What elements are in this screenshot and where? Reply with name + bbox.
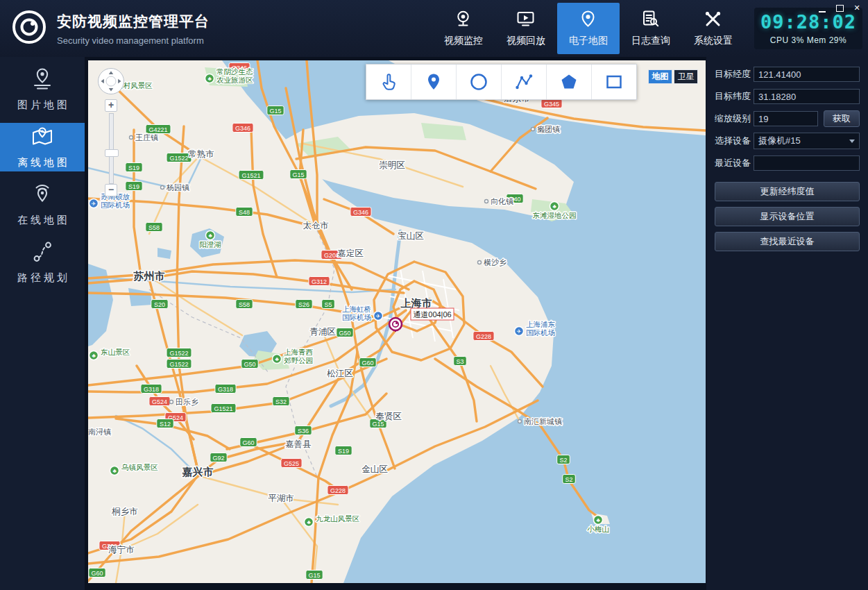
- map-label: 横沙乡: [484, 258, 507, 267]
- tool-rectangle-button[interactable]: [592, 65, 636, 99]
- map-label: 国际机场: [101, 201, 130, 209]
- svg-text:G4221: G4221: [148, 126, 167, 133]
- svg-text:G345: G345: [544, 101, 559, 108]
- sidebar-item-label: 离线地图: [15, 156, 70, 169]
- svg-text:✈: ✈: [376, 313, 381, 319]
- map-label: 国际机场: [342, 313, 371, 321]
- nav-video-playback[interactable]: 视频回放: [495, 3, 557, 54]
- map-label: 松江区: [327, 369, 353, 378]
- svg-text:G50: G50: [244, 361, 255, 368]
- tool-polyline-button[interactable]: [502, 65, 547, 99]
- svg-text:G15: G15: [292, 171, 304, 178]
- update-latlng-button[interactable]: 更新经纬度值: [715, 182, 860, 201]
- road-badge: S3: [454, 357, 467, 366]
- svg-text:G1522: G1522: [169, 155, 188, 162]
- road-badge: G60: [89, 568, 105, 578]
- device-marker-label: 通道004|06: [411, 308, 454, 320]
- tool-polygon-button[interactable]: [547, 65, 592, 99]
- svg-text:♣: ♣: [275, 356, 279, 362]
- map-label: 嘉定区: [337, 248, 364, 258]
- chevron-down-icon: [849, 140, 855, 143]
- nav-electronic-map[interactable]: 电子地图: [557, 3, 620, 54]
- route-planning-icon: [31, 240, 54, 267]
- road-badge: G346: [232, 124, 253, 133]
- zoom-level-input[interactable]: [754, 111, 818, 126]
- sidebar-item-route-planning[interactable]: 路径规划: [0, 238, 85, 287]
- road-badge: G525: [281, 459, 302, 468]
- get-button[interactable]: 获取: [824, 110, 860, 127]
- svg-text:♣: ♣: [596, 517, 600, 523]
- sidebar-item-online-map[interactable]: 在线地图: [0, 180, 85, 229]
- svg-text:G60: G60: [91, 570, 103, 577]
- device-marker[interactable]: [389, 318, 402, 332]
- road-badge: S19: [126, 182, 142, 191]
- road-badge: G60: [359, 358, 376, 367]
- road-badge: G318: [215, 385, 236, 394]
- sidebar-item-picture-map[interactable]: 图片地图: [0, 65, 85, 114]
- road-badge: S48: [236, 208, 253, 217]
- tool-marker-button[interactable]: [411, 65, 457, 99]
- nearest-device-label: 最近设备: [715, 157, 754, 169]
- map-label: 九龙山风景区: [316, 514, 360, 523]
- road-badge: S58: [236, 300, 253, 309]
- sidebar-item-offline-map[interactable]: 离线地图: [0, 123, 85, 171]
- svg-text:♣: ♣: [552, 203, 556, 210]
- map-canvas[interactable]: G346G15G4221G346G345G1522S19S19G1521G15G…: [88, 60, 706, 583]
- map-label: 王庄镇: [135, 133, 158, 142]
- svg-text:S26: S26: [298, 301, 309, 308]
- find-nearest-device-button[interactable]: 查找最近设备: [715, 232, 860, 251]
- svg-text:♣: ♣: [208, 233, 212, 239]
- map-label: 上海市: [400, 297, 432, 309]
- nav-system-settings[interactable]: 系统设置: [682, 3, 744, 54]
- zoom-slider-track[interactable]: [109, 113, 114, 184]
- map-svg[interactable]: G346G15G4221G346G345G1522S19S19G1521G15G…: [88, 60, 706, 583]
- nav-log-query[interactable]: 日志查询: [620, 3, 682, 54]
- road-badge: G15: [267, 106, 284, 115]
- maximize-button[interactable]: [834, 3, 845, 12]
- zoom-in-button[interactable]: +: [105, 99, 117, 112]
- map-label: 癞团镇: [537, 125, 560, 133]
- map-label: 海宁市: [108, 545, 135, 555]
- polygon-icon: [559, 72, 579, 92]
- window-controls: ✕: [817, 3, 862, 12]
- header: 安防视频监控管理平台 Security video management pla…: [0, 0, 868, 57]
- map-label: 阳澄湖: [199, 240, 221, 248]
- svg-text:S32: S32: [275, 398, 287, 405]
- road-badge: G1521: [239, 171, 264, 180]
- nav-video-monitor[interactable]: 视频监控: [432, 3, 495, 54]
- road-badge: S32: [273, 397, 289, 406]
- road-badge: S12: [157, 419, 173, 428]
- road-badge: S36: [295, 426, 312, 435]
- minimize-button[interactable]: [817, 3, 828, 12]
- map-label: 太仓市: [303, 221, 329, 230]
- nearest-device-input[interactable]: [754, 155, 860, 171]
- close-button[interactable]: ✕: [851, 3, 862, 12]
- svg-text:G1522: G1522: [169, 361, 188, 368]
- map-label: 平湖市: [268, 494, 294, 503]
- zoom-slider-handle[interactable]: [105, 149, 119, 157]
- road-badge: S20: [151, 300, 168, 309]
- road-badge: G312: [309, 277, 330, 286]
- svg-text:G312: G312: [312, 278, 327, 285]
- tool-hand-button[interactable]: [366, 65, 411, 99]
- latitude-input[interactable]: [754, 89, 860, 104]
- layer-map-button[interactable]: 地图: [648, 69, 672, 84]
- longitude-input[interactable]: [754, 67, 860, 82]
- nav-label: 系统设置: [694, 35, 733, 47]
- device-select-value: 摄像机#15: [758, 135, 801, 147]
- device-select[interactable]: 摄像机#15: [754, 133, 860, 149]
- log-icon: [641, 10, 660, 31]
- map-label: 国际机场: [526, 328, 555, 337]
- svg-text:G318: G318: [144, 386, 159, 393]
- longitude-label: 目标经度: [715, 68, 754, 81]
- zoom-out-button[interactable]: −: [105, 184, 117, 196]
- map-label: 小梅山: [587, 525, 609, 533]
- tool-circle-button[interactable]: [457, 65, 502, 99]
- show-device-location-button[interactable]: 显示设备位置: [715, 207, 860, 226]
- main-nav: 视频监控 视频回放 电子地图: [432, 3, 744, 54]
- svg-text:S48: S48: [239, 209, 250, 216]
- svg-text:G60: G60: [242, 439, 254, 446]
- road-badge: G60: [240, 438, 257, 447]
- map-pan-control[interactable]: [97, 67, 125, 98]
- layer-satellite-button[interactable]: 卫星: [674, 69, 698, 84]
